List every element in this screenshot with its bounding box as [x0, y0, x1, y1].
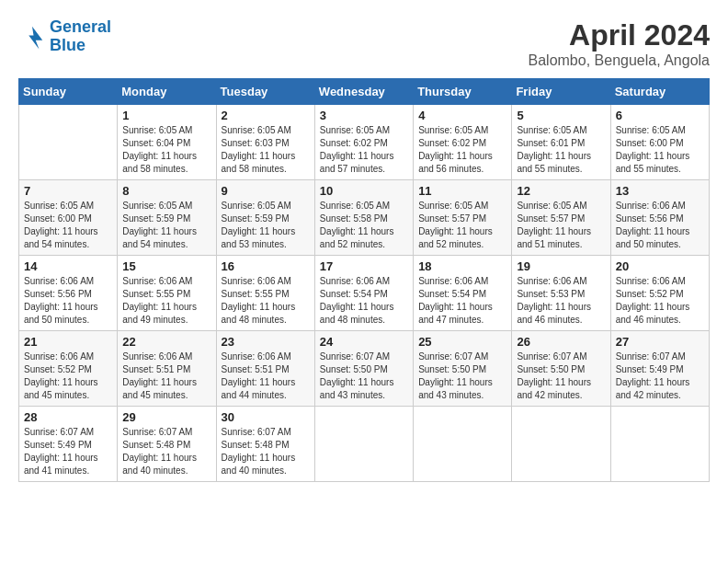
day-number: 15	[122, 259, 210, 273]
day-number: 28	[24, 410, 112, 424]
logo-text: General Blue	[50, 18, 111, 55]
day-number: 29	[122, 410, 210, 424]
day-info: Sunrise: 6:06 AM Sunset: 5:53 PM Dayligh…	[517, 275, 605, 327]
day-cell: 30Sunrise: 6:07 AM Sunset: 5:48 PM Dayli…	[216, 407, 314, 482]
day-info: Sunrise: 6:07 AM Sunset: 5:49 PM Dayligh…	[616, 350, 704, 402]
day-info: Sunrise: 6:06 AM Sunset: 5:54 PM Dayligh…	[320, 275, 408, 327]
day-cell: 18Sunrise: 6:06 AM Sunset: 5:54 PM Dayli…	[414, 256, 512, 331]
col-header-sunday: Sunday	[19, 79, 118, 105]
week-row-1: 1Sunrise: 6:05 AM Sunset: 6:04 PM Daylig…	[19, 105, 710, 180]
day-info: Sunrise: 6:06 AM Sunset: 5:56 PM Dayligh…	[24, 275, 112, 327]
day-info: Sunrise: 6:05 AM Sunset: 6:00 PM Dayligh…	[24, 200, 112, 251]
svg-marker-0	[28, 27, 42, 50]
day-number: 2	[222, 109, 310, 122]
week-row-5: 28Sunrise: 6:07 AM Sunset: 5:49 PM Dayli…	[19, 407, 710, 482]
day-info: Sunrise: 6:07 AM Sunset: 5:50 PM Dayligh…	[320, 350, 408, 402]
day-info: Sunrise: 6:05 AM Sunset: 6:03 PM Dayligh…	[222, 124, 310, 176]
day-cell: 28Sunrise: 6:07 AM Sunset: 5:49 PM Dayli…	[19, 407, 118, 482]
day-cell: 22Sunrise: 6:06 AM Sunset: 5:51 PM Dayli…	[118, 331, 216, 407]
day-cell	[414, 407, 512, 482]
day-cell: 1Sunrise: 6:05 AM Sunset: 6:04 PM Daylig…	[118, 105, 216, 180]
day-cell: 24Sunrise: 6:07 AM Sunset: 5:50 PM Dayli…	[314, 331, 413, 407]
day-info: Sunrise: 6:05 AM Sunset: 5:59 PM Dayligh…	[122, 200, 210, 251]
day-number: 17	[320, 259, 408, 273]
day-cell: 8Sunrise: 6:05 AM Sunset: 5:59 PM Daylig…	[118, 180, 216, 256]
day-cell: 23Sunrise: 6:06 AM Sunset: 5:51 PM Dayli…	[216, 331, 314, 407]
header-row: SundayMondayTuesdayWednesdayThursdayFrid…	[19, 79, 710, 105]
day-number: 5	[517, 109, 605, 122]
day-cell: 20Sunrise: 6:06 AM Sunset: 5:52 PM Dayli…	[610, 256, 709, 331]
day-info: Sunrise: 6:06 AM Sunset: 5:56 PM Dayligh…	[616, 200, 704, 251]
month-title: April 2024	[529, 18, 710, 52]
day-cell: 4Sunrise: 6:05 AM Sunset: 6:02 PM Daylig…	[414, 105, 512, 180]
day-cell: 9Sunrise: 6:05 AM Sunset: 5:59 PM Daylig…	[216, 180, 314, 256]
week-row-4: 21Sunrise: 6:06 AM Sunset: 5:52 PM Dayli…	[19, 331, 710, 407]
day-number: 20	[616, 259, 704, 273]
day-cell: 16Sunrise: 6:06 AM Sunset: 5:55 PM Dayli…	[216, 256, 314, 331]
day-number: 3	[320, 109, 408, 122]
day-info: Sunrise: 6:05 AM Sunset: 6:02 PM Dayligh…	[418, 124, 506, 176]
col-header-monday: Monday	[118, 79, 216, 105]
page-header: General Blue April 2024 Balombo, Benguel…	[18, 18, 710, 69]
day-number: 1	[122, 109, 210, 122]
day-info: Sunrise: 6:05 AM Sunset: 6:01 PM Dayligh…	[517, 124, 605, 176]
day-cell: 27Sunrise: 6:07 AM Sunset: 5:49 PM Dayli…	[610, 331, 709, 407]
day-info: Sunrise: 6:07 AM Sunset: 5:48 PM Dayligh…	[222, 426, 310, 477]
col-header-thursday: Thursday	[414, 79, 512, 105]
day-number: 23	[222, 335, 310, 349]
day-info: Sunrise: 6:05 AM Sunset: 5:58 PM Dayligh…	[320, 200, 408, 251]
logo: General Blue	[18, 18, 111, 55]
day-cell: 21Sunrise: 6:06 AM Sunset: 5:52 PM Dayli…	[19, 331, 118, 407]
day-number: 21	[24, 335, 112, 349]
day-number: 27	[616, 335, 704, 349]
day-info: Sunrise: 6:06 AM Sunset: 5:51 PM Dayligh…	[122, 350, 210, 402]
day-info: Sunrise: 6:07 AM Sunset: 5:50 PM Dayligh…	[418, 350, 506, 402]
day-number: 14	[24, 259, 112, 273]
day-cell: 2Sunrise: 6:05 AM Sunset: 6:03 PM Daylig…	[216, 105, 314, 180]
day-number: 8	[122, 184, 210, 198]
day-info: Sunrise: 6:06 AM Sunset: 5:54 PM Dayligh…	[418, 275, 506, 327]
day-info: Sunrise: 6:05 AM Sunset: 5:57 PM Dayligh…	[418, 200, 506, 251]
day-cell: 15Sunrise: 6:06 AM Sunset: 5:55 PM Dayli…	[118, 256, 216, 331]
day-number: 22	[122, 335, 210, 349]
logo-line1: General	[50, 17, 111, 36]
col-header-wednesday: Wednesday	[314, 79, 413, 105]
col-header-friday: Friday	[512, 79, 610, 105]
day-info: Sunrise: 6:06 AM Sunset: 5:52 PM Dayligh…	[616, 275, 704, 327]
day-info: Sunrise: 6:05 AM Sunset: 5:57 PM Dayligh…	[517, 200, 605, 251]
day-info: Sunrise: 6:07 AM Sunset: 5:48 PM Dayligh…	[122, 426, 210, 477]
day-number: 19	[517, 259, 605, 273]
day-number: 18	[418, 259, 506, 273]
logo-icon	[18, 23, 46, 51]
day-number: 24	[320, 335, 408, 349]
logo-line2: Blue	[50, 36, 85, 54]
calendar-table: SundayMondayTuesdayWednesdayThursdayFrid…	[18, 78, 710, 482]
day-number: 7	[24, 184, 112, 198]
day-number: 4	[418, 109, 506, 122]
day-cell: 3Sunrise: 6:05 AM Sunset: 6:02 PM Daylig…	[314, 105, 413, 180]
day-cell: 14Sunrise: 6:06 AM Sunset: 5:56 PM Dayli…	[19, 256, 118, 331]
col-header-tuesday: Tuesday	[216, 79, 314, 105]
day-info: Sunrise: 6:07 AM Sunset: 5:50 PM Dayligh…	[517, 350, 605, 402]
day-number: 10	[320, 184, 408, 198]
day-cell: 5Sunrise: 6:05 AM Sunset: 6:01 PM Daylig…	[512, 105, 610, 180]
day-cell: 13Sunrise: 6:06 AM Sunset: 5:56 PM Dayli…	[610, 180, 709, 256]
day-info: Sunrise: 6:05 AM Sunset: 6:04 PM Dayligh…	[122, 124, 210, 176]
day-number: 6	[616, 109, 704, 122]
day-info: Sunrise: 6:07 AM Sunset: 5:49 PM Dayligh…	[24, 426, 112, 477]
day-info: Sunrise: 6:05 AM Sunset: 5:59 PM Dayligh…	[222, 200, 310, 251]
day-info: Sunrise: 6:05 AM Sunset: 6:02 PM Dayligh…	[320, 124, 408, 176]
day-cell	[610, 407, 709, 482]
day-cell: 19Sunrise: 6:06 AM Sunset: 5:53 PM Dayli…	[512, 256, 610, 331]
day-cell	[19, 105, 118, 180]
day-number: 12	[517, 184, 605, 198]
day-cell: 7Sunrise: 6:05 AM Sunset: 6:00 PM Daylig…	[19, 180, 118, 256]
day-cell: 29Sunrise: 6:07 AM Sunset: 5:48 PM Dayli…	[118, 407, 216, 482]
week-row-2: 7Sunrise: 6:05 AM Sunset: 6:00 PM Daylig…	[19, 180, 710, 256]
day-info: Sunrise: 6:06 AM Sunset: 5:55 PM Dayligh…	[222, 275, 310, 327]
day-cell: 6Sunrise: 6:05 AM Sunset: 6:00 PM Daylig…	[610, 105, 709, 180]
day-info: Sunrise: 6:06 AM Sunset: 5:52 PM Dayligh…	[24, 350, 112, 402]
day-number: 16	[222, 259, 310, 273]
day-cell: 12Sunrise: 6:05 AM Sunset: 5:57 PM Dayli…	[512, 180, 610, 256]
day-cell	[314, 407, 413, 482]
